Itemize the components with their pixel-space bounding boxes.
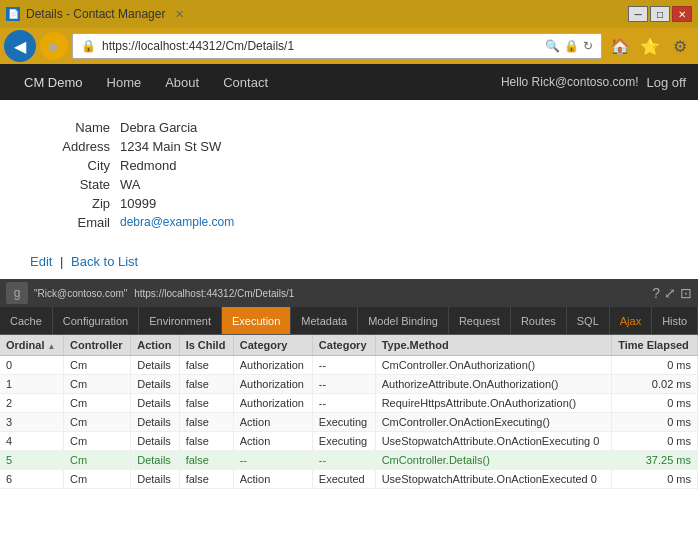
cell-time-elapsed: 0 ms bbox=[612, 413, 698, 432]
zip-value: 10999 bbox=[120, 196, 156, 211]
actions-bar: Edit | Back to List bbox=[0, 246, 698, 279]
tab-request[interactable]: Request bbox=[449, 307, 511, 334]
cell-time-elapsed: 0 ms bbox=[612, 432, 698, 451]
devtools-url-info: "Rick@contoso.com" https://localhost:443… bbox=[34, 288, 298, 299]
col-category1: Category bbox=[233, 335, 312, 356]
close-button[interactable]: ✕ bbox=[672, 6, 692, 22]
sort-icon: ▲ bbox=[48, 342, 56, 351]
city-row: City Redmond bbox=[30, 158, 668, 173]
tab-configuration[interactable]: Configuration bbox=[53, 307, 139, 334]
tab-execution[interactable]: Execution bbox=[222, 307, 291, 334]
cell-is-child: false bbox=[179, 470, 233, 489]
tab-close-button[interactable]: ✕ bbox=[175, 8, 184, 21]
lock-icon: 🔒 bbox=[564, 39, 579, 53]
state-value: WA bbox=[120, 177, 140, 192]
cell-time-elapsed: 0.02 ms bbox=[612, 375, 698, 394]
zip-row: Zip 10999 bbox=[30, 196, 668, 211]
back-button[interactable]: ◀ bbox=[4, 30, 36, 62]
logout-link[interactable]: Log off bbox=[646, 75, 686, 90]
cell-time-elapsed: 0 ms bbox=[612, 356, 698, 375]
cell-is-child: false bbox=[179, 432, 233, 451]
cell-type-method: CmController.OnActionExecuting() bbox=[375, 413, 611, 432]
browser-icon: 🔒 bbox=[81, 39, 96, 53]
expand-icon[interactable]: ⤢ bbox=[664, 285, 676, 301]
cell-category1: Action bbox=[233, 413, 312, 432]
browser-frame: 📄 Details - Contact Manager ✕ ─ □ ✕ ◀ ▶ … bbox=[0, 0, 698, 560]
forward-button[interactable]: ▶ bbox=[40, 32, 68, 60]
cell-category2: Executing bbox=[312, 432, 375, 451]
tab-routes[interactable]: Routes bbox=[511, 307, 567, 334]
cell-ordinal: 2 bbox=[0, 394, 64, 413]
table-body: 0 Cm Details false Authorization -- CmCo… bbox=[0, 356, 698, 489]
cell-ordinal: 6 bbox=[0, 470, 64, 489]
cell-time-elapsed: 37.25 ms bbox=[612, 451, 698, 470]
user-greeting: Hello Rick@contoso.com! bbox=[501, 75, 639, 89]
cell-controller: Cm bbox=[64, 470, 131, 489]
close-devtools-icon[interactable]: ⊡ bbox=[680, 285, 692, 301]
tab-model-binding[interactable]: Model Binding bbox=[358, 307, 449, 334]
favorites-button[interactable]: ⭐ bbox=[636, 32, 664, 60]
address-label: Address bbox=[30, 139, 110, 154]
email-row: Email debra@example.com bbox=[30, 215, 668, 230]
col-is-child: Is Child bbox=[179, 335, 233, 356]
tab-sql[interactable]: SQL bbox=[567, 307, 610, 334]
site-brand: CM Demo bbox=[12, 67, 95, 98]
edit-link[interactable]: Edit bbox=[30, 254, 52, 269]
cell-type-method: RequireHttpsAttribute.OnAuthorization() bbox=[375, 394, 611, 413]
table-row: 6 Cm Details false Action Executed UseSt… bbox=[0, 470, 698, 489]
minimize-button[interactable]: ─ bbox=[628, 6, 648, 22]
cell-type-method: AuthorizeAttribute.OnAuthorization() bbox=[375, 375, 611, 394]
col-controller: Controller bbox=[64, 335, 131, 356]
address-row: Address 1234 Main St SW bbox=[30, 139, 668, 154]
cell-action: Details bbox=[131, 451, 179, 470]
search-icon[interactable]: 🔍 bbox=[545, 39, 560, 53]
table-row: 2 Cm Details false Authorization -- Requ… bbox=[0, 394, 698, 413]
refresh-icon[interactable]: ↻ bbox=[583, 39, 593, 53]
tab-metadata[interactable]: Metadata bbox=[291, 307, 358, 334]
cell-type-method: UseStopwatchAttribute.OnActionExecuting … bbox=[375, 432, 611, 451]
tab-cache[interactable]: Cache bbox=[0, 307, 53, 334]
data-table-container: Ordinal ▲ Controller Action Is Child Cat… bbox=[0, 335, 698, 560]
cell-time-elapsed: 0 ms bbox=[612, 470, 698, 489]
separator: | bbox=[60, 254, 67, 269]
name-label: Name bbox=[30, 120, 110, 135]
url-text: https://localhost:44312/Cm/Details/1 bbox=[102, 39, 545, 53]
cell-controller: Cm bbox=[64, 451, 131, 470]
help-icon[interactable]: ? bbox=[652, 285, 660, 301]
cell-action: Details bbox=[131, 375, 179, 394]
browser-toolbar: ◀ ▶ 🔒 https://localhost:44312/Cm/Details… bbox=[0, 28, 698, 64]
email-link[interactable]: debra@example.com bbox=[120, 215, 234, 230]
tab-environment[interactable]: Environment bbox=[139, 307, 222, 334]
home-button[interactable]: 🏠 bbox=[606, 32, 634, 60]
address-value: 1234 Main St SW bbox=[120, 139, 221, 154]
nav-about-link[interactable]: About bbox=[153, 67, 211, 98]
cell-ordinal: 5 bbox=[0, 451, 64, 470]
tab-history[interactable]: Histo bbox=[652, 307, 698, 334]
cell-category2: Executing bbox=[312, 413, 375, 432]
page-content: CM Demo Home About Contact Hello Rick@co… bbox=[0, 64, 698, 560]
name-value: Debra Garcia bbox=[120, 120, 197, 135]
cell-ordinal: 0 bbox=[0, 356, 64, 375]
tab-favicon: 📄 Details - Contact Manager ✕ bbox=[6, 7, 184, 21]
tab-ajax[interactable]: Ajax bbox=[610, 307, 652, 334]
name-row: Name Debra Garcia bbox=[30, 120, 668, 135]
nav-contact-link[interactable]: Contact bbox=[211, 67, 280, 98]
maximize-button[interactable]: □ bbox=[650, 6, 670, 22]
cell-is-child: false bbox=[179, 356, 233, 375]
table-header-row: Ordinal ▲ Controller Action Is Child Cat… bbox=[0, 335, 698, 356]
cell-controller: Cm bbox=[64, 356, 131, 375]
cell-controller: Cm bbox=[64, 375, 131, 394]
address-bar[interactable]: 🔒 https://localhost:44312/Cm/Details/1 🔍… bbox=[72, 33, 602, 59]
nav-home-link[interactable]: Home bbox=[95, 67, 154, 98]
cell-category1: Authorization bbox=[233, 375, 312, 394]
devtools-right-icons: ? ⤢ ⊡ bbox=[652, 285, 692, 301]
cell-is-child: false bbox=[179, 451, 233, 470]
cell-action: Details bbox=[131, 413, 179, 432]
back-link[interactable]: Back to List bbox=[71, 254, 138, 269]
cell-category1: Authorization bbox=[233, 394, 312, 413]
cell-time-elapsed: 0 ms bbox=[612, 394, 698, 413]
city-label: City bbox=[30, 158, 110, 173]
settings-button[interactable]: ⚙ bbox=[666, 32, 694, 60]
execution-table: Ordinal ▲ Controller Action Is Child Cat… bbox=[0, 335, 698, 489]
cell-is-child: false bbox=[179, 375, 233, 394]
